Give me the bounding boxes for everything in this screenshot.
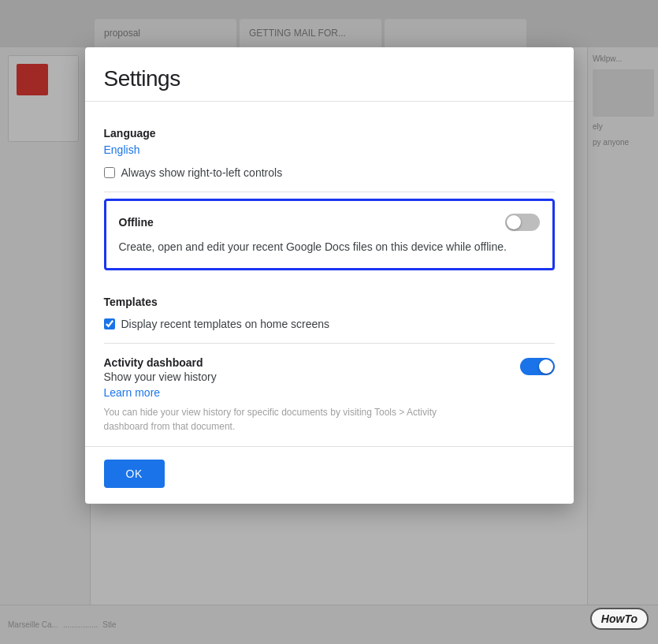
- language-label: Language: [104, 127, 555, 140]
- activity-left: Activity dashboard Show your view histor…: [104, 356, 520, 434]
- templates-section: Templates Display recent templates on ho…: [104, 283, 555, 344]
- settings-dialog: Settings Language English Always show ri…: [85, 47, 574, 504]
- activity-header: Activity dashboard Show your view histor…: [104, 356, 555, 434]
- activity-learn-more-link[interactable]: Learn more: [104, 386, 520, 399]
- activity-title: Activity dashboard: [104, 356, 520, 369]
- offline-section: Offline Create, open and edit your recen…: [104, 199, 555, 270]
- activity-section: Activity dashboard Show your view histor…: [104, 344, 555, 446]
- offline-toggle-thumb: [507, 215, 521, 229]
- dialog-header: Settings: [85, 47, 574, 102]
- dialog-footer: OK: [85, 446, 574, 504]
- rtl-row: Always show right-to-left controls: [104, 166, 555, 179]
- templates-checkbox-label: Display recent templates on home screens: [121, 318, 330, 330]
- offline-wrapper: Offline Create, open and edit your recen…: [104, 192, 555, 283]
- activity-subtitle: Show your view history: [104, 370, 520, 383]
- activity-toggle[interactable]: [520, 358, 555, 375]
- language-link[interactable]: English: [104, 143, 140, 156]
- activity-toggle-thumb: [539, 359, 553, 374]
- templates-checkbox[interactable]: [104, 318, 115, 329]
- offline-toggle[interactable]: [505, 214, 540, 231]
- templates-label: Templates: [104, 296, 555, 308]
- rtl-label: Always show right-to-left controls: [121, 166, 283, 179]
- howto-badge: HowTo: [590, 608, 649, 630]
- offline-title: Offline: [119, 216, 154, 229]
- rtl-checkbox[interactable]: [104, 167, 115, 178]
- language-section: Language English Always show right-to-le…: [104, 114, 555, 192]
- activity-note: You can hide your view history for speci…: [104, 405, 467, 434]
- offline-header: Offline: [119, 214, 540, 231]
- ok-button[interactable]: OK: [104, 460, 165, 488]
- dialog-title: Settings: [104, 66, 555, 91]
- templates-row: Display recent templates on home screens: [104, 318, 555, 330]
- modal-overlay: Settings Language English Always show ri…: [0, 0, 658, 644]
- dialog-body: Language English Always show right-to-le…: [85, 102, 574, 446]
- offline-description: Create, open and edit your recent Google…: [119, 239, 540, 255]
